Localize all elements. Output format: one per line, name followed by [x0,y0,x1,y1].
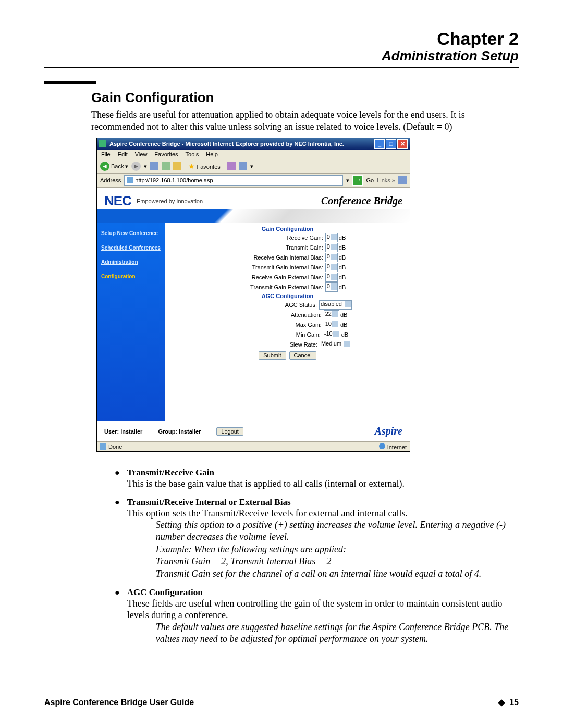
nec-tagline: Empowered by Innovation [137,198,203,204]
nec-logo: NEC [104,193,131,209]
zone-text: Internet [387,444,407,450]
cancel-button[interactable]: Cancel [289,351,316,360]
section-intro: These fields are useful for attenuation … [91,109,519,132]
b1-text: This is the base gain value that is appl… [127,478,519,490]
section-rule [44,81,96,84]
address-dropdown-icon[interactable]: ▾ [346,177,349,184]
dropdown-icon[interactable]: ▾ [144,163,147,170]
max-gain-label: Max Gain: [228,322,324,328]
back-button[interactable]: ◄Back ▾ [100,162,128,171]
max-gain-select[interactable]: 10 [324,320,339,329]
bullet-dot: ● [115,587,120,646]
sidebar-administration[interactable]: Administration [101,258,161,266]
b3-text: These fields are useful when controlling… [127,598,519,621]
config-panel: Gain Configuration Receive Gain:0dB Tran… [165,223,410,421]
gain-config-title: Gain Configuration [165,226,410,232]
user-label: User: installer [104,428,142,435]
app-footer: User: installer Group: installer Logout … [97,421,410,441]
address-input[interactable]: http://192.168.1.100/home.asp [124,175,343,186]
min-gain-label: Min Gain: [227,331,323,338]
logout-button[interactable]: Logout [216,427,243,436]
status-page-icon [100,443,106,450]
status-text: Done [108,443,122,450]
toolbar-icon-2[interactable] [239,162,247,170]
agc-status-select[interactable]: disabled [319,300,352,310]
b3-title: AGC Configuration [127,587,519,598]
aspire-logo: Aspire [375,425,402,437]
agc-config-title: AGC Configuration [165,293,410,299]
sidebar-configuration[interactable]: Configuration [101,273,161,280]
window-titlebar: Aspire Conference Bridge - Microsoft Int… [97,138,410,150]
rx-gain-select[interactable]: 0 [325,233,338,242]
menu-favorites[interactable]: Favorites [154,151,178,157]
extra-icon[interactable] [398,176,407,184]
menu-help[interactable]: Help [206,151,218,157]
b2-text: This option sets the Transmit/Receive le… [127,508,519,520]
tx-gain-label: Transmit Gain: [229,244,325,251]
menu-edit[interactable]: Edit [118,151,128,157]
sidebar-scheduled[interactable]: Scheduled Conferences [101,244,161,252]
page-number: 15 [509,698,519,707]
refresh-icon[interactable] [162,162,170,170]
group-label: Group: installer [158,428,201,435]
bullet-dot: ● [115,497,120,580]
menu-view[interactable]: View [135,151,148,157]
stop-icon[interactable] [150,162,158,170]
chapter-number: Chapter 2 [44,29,519,49]
b1-title: Transmit/Receive Gain [127,467,519,478]
page-icon [127,177,133,183]
conference-bridge-title: Conference Bridge [321,195,402,207]
atten-label: Attenuation: [228,312,324,318]
bullet-dot: ● [115,467,120,490]
slew-select[interactable]: Medium [320,340,351,349]
b2-it2: Example: When the following settings are… [156,544,519,556]
atten-select[interactable]: 22 [324,310,339,319]
home-icon[interactable] [173,162,181,170]
min-gain-select[interactable]: -10 [323,330,340,339]
page-header: Chapter 2 Administration Setup [44,29,519,68]
section-title: Gain Configuration [91,90,519,106]
rx-ext-select[interactable]: 0 [325,273,338,282]
menu-file[interactable]: File [101,151,111,157]
menu-tools[interactable]: Tools [186,151,199,157]
submit-button[interactable]: Submit [259,351,286,360]
rx-int-label: Receive Gain Internal Bias: [229,254,325,261]
sidebar-setup-new[interactable]: Setup New Conference [101,230,161,237]
minimize-button[interactable]: _ [374,139,385,149]
globe-icon [379,443,385,449]
tx-ext-label: Transmit Gain External Bias: [229,284,325,290]
screenshot-ie-window: Aspire Conference Bridge - Microsoft Int… [96,138,410,452]
tx-ext-select[interactable]: 0 [325,282,338,292]
toolbar-icon-1[interactable] [227,162,236,170]
go-button[interactable]: → [352,175,363,186]
b2-it1: Setting this option to a positive (+) se… [156,519,519,544]
address-bar: Address http://192.168.1.100/home.asp ▾ … [97,174,410,188]
rx-ext-label: Receive Gain External Bias: [229,274,325,280]
b2-title: Transmit/Receive Internal or External Bi… [127,497,519,508]
chapter-subtitle: Administration Setup [44,48,519,64]
ie-app-icon [99,140,106,147]
close-button[interactable]: ✕ [397,139,408,149]
header-swoosh [97,209,410,223]
rx-int-select[interactable]: 0 [325,253,338,262]
book-title: Aspire Conference Bridge User Guide [44,698,194,707]
rx-gain-label: Receive Gain: [229,235,325,241]
tx-int-select[interactable]: 0 [325,263,338,272]
go-label: Go [366,177,374,183]
links-label[interactable]: Links » [377,177,395,183]
status-bar: Done Internet [97,441,410,451]
slew-label: Slew Rate: [224,341,320,348]
tx-int-label: Transmit Gain Internal Bias: [229,264,325,270]
dropdown-icon-2[interactable]: ▾ [250,163,253,170]
tx-gain-select[interactable]: 0 [325,243,338,252]
b2-it3: Transmit Gain = 2, Transmit Internal Bia… [156,556,519,567]
sidebar: Setup New Conference Scheduled Conferenc… [97,223,165,421]
forward-button[interactable]: ► [131,162,141,171]
address-label: Address [100,177,121,183]
menu-bar: File Edit View Favorites Tools Help [97,150,410,159]
favorites-button[interactable]: ★ Favorites [188,162,220,170]
b2-it4: Transmit Gain set for the channel of a c… [156,568,519,580]
maximize-button[interactable]: □ [386,139,396,149]
page-footer: Aspire Conference Bridge User Guide ◆ 15 [44,697,519,707]
window-title: Aspire Conference Bridge - Microsoft Int… [109,141,344,147]
